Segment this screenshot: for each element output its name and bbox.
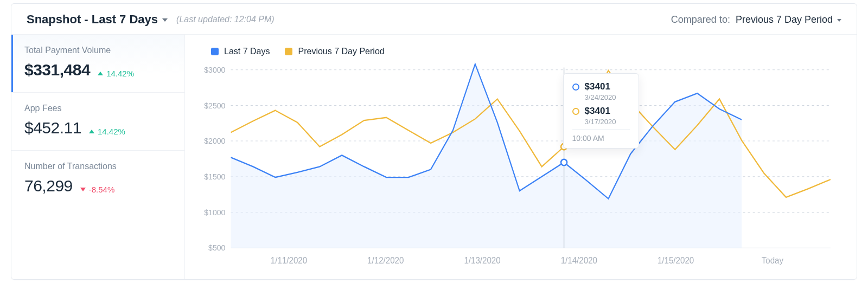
svg-text:1/14/2020: 1/14/2020	[561, 256, 597, 265]
legend-item-yellow: Previous 7 Day Period	[285, 47, 384, 56]
svg-text:$1500: $1500	[204, 172, 225, 181]
compared-to-value: Previous 7 Day Period	[736, 14, 833, 25]
metric-transactions[interactable]: Number of Transactions 76,299 -8.54%	[11, 151, 184, 208]
metric-label: App Fees	[24, 104, 171, 113]
metric-row: 76,299 -8.54%	[24, 177, 171, 195]
chart-tooltip: $3401 3/24/2020 $3401 3/17/2020 10:00 AM	[563, 73, 639, 149]
legend-swatch-icon	[285, 48, 292, 55]
metric-value: $331,484	[24, 61, 90, 79]
arrow-up-icon	[98, 72, 103, 75]
metrics-sidebar: Total Payment Volume $331,484 14.42% App…	[11, 35, 185, 279]
ring-icon	[572, 108, 579, 115]
metric-delta: -8.54%	[80, 185, 115, 194]
svg-text:1/11/2020: 1/11/2020	[271, 256, 307, 265]
compared-to-label: Compared to:	[671, 14, 730, 25]
last-updated-text: (Last updated: 12:04 PM)	[176, 15, 275, 24]
svg-text:1/12/2020: 1/12/2020	[367, 256, 404, 265]
compared-to-dropdown[interactable]: Previous 7 Day Period	[736, 14, 841, 25]
header-left: Snapshot - Last 7 Days (Last updated: 12…	[27, 12, 275, 27]
legend-label: Previous 7 Day Period	[298, 47, 384, 56]
legend-item-blue: Last 7 Days	[211, 47, 270, 56]
metric-app-fees[interactable]: App Fees $452.11 14.42%	[11, 93, 184, 151]
tooltip-row-yellow: $3401	[572, 105, 630, 118]
chart-legend: Last 7 Days Previous 7 Day Period	[196, 44, 841, 60]
metric-row: $452.11 14.42%	[24, 119, 171, 137]
svg-point-20	[561, 159, 567, 165]
delta-value: 14.42%	[106, 69, 134, 78]
svg-text:1/13/2020: 1/13/2020	[464, 256, 500, 265]
arrow-down-icon	[80, 188, 86, 191]
metric-total-payment-volume[interactable]: Total Payment Volume $331,484 14.42%	[11, 35, 184, 93]
svg-text:Today: Today	[762, 256, 784, 265]
metric-delta: 14.42%	[89, 127, 125, 136]
line-chart[interactable]: $500$1000$1500$2000$2500$30001/11/20201/…	[196, 60, 841, 274]
metric-label: Total Payment Volume	[24, 46, 171, 55]
delta-value: 14.42%	[98, 127, 125, 136]
snapshot-title: Snapshot - Last 7 Days	[27, 12, 158, 27]
metric-label: Number of Transactions	[24, 162, 171, 171]
svg-text:$500: $500	[208, 243, 225, 252]
svg-text:$1000: $1000	[204, 208, 225, 216]
metric-value: 76,299	[24, 177, 73, 195]
svg-text:1/15/2020: 1/15/2020	[658, 256, 694, 265]
tooltip-value: $3401	[585, 106, 610, 117]
compared-to: Compared to: Previous 7 Day Period	[671, 14, 841, 25]
delta-value: -8.54%	[89, 185, 115, 194]
svg-text:$2000: $2000	[204, 137, 225, 145]
tooltip-value: $3401	[585, 81, 610, 92]
metric-value: $452.11	[24, 119, 81, 137]
card-body: Total Payment Volume $331,484 14.42% App…	[11, 35, 857, 279]
legend-label: Last 7 Days	[224, 47, 270, 56]
tooltip-time: 10:00 AM	[572, 129, 630, 143]
caret-down-icon	[837, 19, 841, 22]
caret-down-icon	[162, 18, 168, 22]
tooltip-row-blue: $3401	[572, 80, 630, 93]
tooltip-date: 3/24/2020	[585, 93, 630, 101]
tooltip-date: 3/17/2020	[585, 118, 630, 126]
chart-area: Last 7 Days Previous 7 Day Period $500$1…	[185, 35, 857, 279]
snapshot-range-dropdown[interactable]: Snapshot - Last 7 Days	[27, 12, 168, 27]
arrow-up-icon	[89, 130, 94, 133]
svg-text:$3000: $3000	[204, 66, 225, 74]
metric-row: $331,484 14.42%	[24, 61, 171, 79]
legend-swatch-icon	[211, 48, 219, 55]
metric-delta: 14.42%	[98, 69, 134, 78]
svg-text:$2500: $2500	[204, 101, 225, 110]
snapshot-card: Snapshot - Last 7 Days (Last updated: 12…	[11, 3, 857, 280]
card-header: Snapshot - Last 7 Days (Last updated: 12…	[11, 4, 857, 35]
ring-icon	[572, 83, 579, 91]
